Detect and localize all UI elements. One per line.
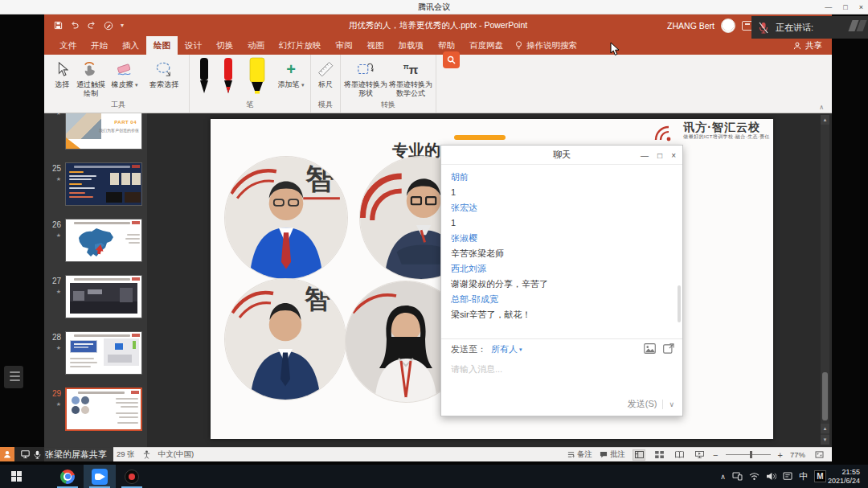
ruler-button[interactable]: 标尺	[313, 57, 338, 89]
search-highlight-icon[interactable]	[443, 51, 460, 68]
scrollbar-thumb[interactable]	[822, 372, 828, 420]
thumbnail-slide-25[interactable]: 25 ★	[44, 162, 147, 206]
tab-transitions[interactable]: 切换	[209, 36, 240, 55]
chat-input[interactable]: 请输入消息...	[441, 359, 682, 379]
thumbnail-24-preview[interactable]: PART 04 我们为客户创造的价值	[65, 113, 142, 150]
lasso-select-button[interactable]: 套索选择	[141, 57, 186, 89]
tab-slideshow[interactable]: 幻灯片放映	[272, 36, 329, 55]
accessibility-icon[interactable]	[143, 450, 150, 459]
zoom-slider[interactable]	[726, 454, 771, 455]
thumbnail-slide-28[interactable]: 28 ★	[44, 331, 147, 375]
chat-minimize-icon[interactable]: —	[641, 151, 649, 160]
thumbnail-slide-29[interactable]: 29 ★	[44, 388, 147, 431]
zoom-percent[interactable]: 77%	[790, 450, 805, 459]
maximize-icon[interactable]: □	[843, 0, 847, 14]
chat-titlebar[interactable]: 聊天 — □ ×	[441, 146, 682, 165]
send-options-icon[interactable]: ∨	[669, 400, 674, 408]
close-icon[interactable]: ×	[859, 0, 863, 14]
thumbnail-27-preview[interactable]	[65, 275, 142, 318]
qat-customize-icon[interactable]: ▾	[121, 22, 124, 29]
highlighter-yellow-button[interactable]	[240, 57, 274, 93]
tab-draw[interactable]: 绘图	[146, 36, 178, 55]
screenshot-image-icon[interactable]	[644, 342, 656, 357]
tab-review[interactable]: 审阅	[329, 36, 360, 55]
collapse-ribbon-icon[interactable]: ∧	[819, 104, 824, 111]
tray-chevron-icon[interactable]: ∧	[720, 473, 726, 481]
minimize-icon[interactable]: —	[825, 0, 832, 14]
normal-view-button[interactable]	[633, 449, 645, 461]
meeting-titlebar: 腾讯会议 — □ ×	[0, 0, 868, 14]
thumb24-title: 我们为客户创造的价值	[99, 128, 139, 133]
touch-draw-button[interactable]: 通过触摸绘制	[74, 57, 108, 98]
network-icon[interactable]	[749, 472, 760, 481]
thumbnail-26-preview[interactable]	[65, 219, 142, 262]
message-text: 1	[451, 185, 673, 200]
zoom-in-button[interactable]: +	[778, 450, 783, 460]
share-button[interactable]: 共享	[793, 36, 822, 55]
avatar[interactable]	[721, 18, 735, 33]
ink-to-math-button[interactable]: ππ 将墨迹转换为数学公式	[388, 57, 433, 98]
thumbnail-25-preview[interactable]	[65, 162, 142, 206]
tab-file[interactable]: 文件	[52, 36, 84, 55]
chat-scrollbar[interactable]	[678, 285, 681, 322]
add-pen-button[interactable]: + 添加笔 ▾	[274, 57, 308, 89]
thumbnail-28-preview[interactable]	[65, 331, 142, 375]
tab-baidu-netdisk[interactable]: 百度网盘	[462, 36, 510, 55]
tab-animations[interactable]: 动画	[240, 36, 272, 55]
comments-button[interactable]: 批注	[600, 449, 625, 460]
taskbar-meeting[interactable]	[84, 465, 116, 488]
ime-badge[interactable]: M	[814, 470, 826, 482]
member-list-overlay-icon[interactable]	[4, 366, 23, 388]
pc-status-icon[interactable]	[732, 472, 743, 481]
chat-maximize-icon[interactable]: □	[657, 151, 662, 160]
pen-black-button[interactable]	[192, 57, 216, 93]
language-status[interactable]: 中文(中国)	[158, 449, 194, 460]
select-button[interactable]: 选择	[50, 57, 74, 89]
zoom-out-button[interactable]: −	[713, 450, 718, 460]
sender-name: 总部-邵成宽	[451, 292, 673, 307]
lasso-label: 套索选择	[142, 80, 186, 89]
ime-panel-icon[interactable]	[783, 472, 792, 481]
thumbnail-slide-24[interactable]: ★ PART 04 我们为客户创造的价值	[44, 113, 147, 150]
taskbar-recorder[interactable]	[116, 465, 148, 488]
previous-slide-icon[interactable]: ▲	[821, 424, 829, 433]
redo-icon[interactable]	[87, 21, 96, 30]
scroll-up-icon[interactable]: ▲	[821, 115, 829, 125]
draw-mode-icon[interactable]	[104, 21, 113, 31]
eraser-button[interactable]: 橡皮擦 ▾	[108, 57, 141, 89]
reading-view-button[interactable]	[673, 449, 686, 461]
taskbar-clock[interactable]: 21:55 2021/6/24	[828, 468, 860, 485]
send-button[interactable]: 发送(S)	[628, 398, 657, 410]
account-name[interactable]: ZHANG Bert	[667, 21, 714, 31]
chat-close-icon[interactable]: ×	[671, 151, 676, 160]
editor-scrollbar[interactable]: ▲ ▲ ▼	[821, 115, 829, 445]
taskbar-chrome[interactable]	[51, 465, 84, 488]
send-to-dropdown-icon[interactable]: ▾	[519, 347, 522, 353]
tab-insert[interactable]: 插入	[115, 36, 146, 55]
tab-home[interactable]: 开始	[84, 36, 115, 55]
ime-language-indicator[interactable]: 中	[799, 470, 808, 482]
send-to-selector[interactable]: 所有人	[491, 343, 518, 355]
thumbnail-29-preview[interactable]	[65, 388, 142, 431]
fit-slide-button[interactable]	[813, 449, 825, 461]
tab-design[interactable]: 设计	[178, 36, 209, 55]
slide-sorter-view-button[interactable]	[653, 449, 665, 461]
pen-red-button[interactable]	[216, 57, 240, 93]
thumbnail-slide-26[interactable]: 26 ★	[44, 219, 147, 262]
tab-view[interactable]: 视图	[360, 36, 391, 55]
ink-to-shape-button[interactable]: 将墨迹转换为形状	[343, 57, 388, 98]
notes-button[interactable]: 备注	[567, 449, 592, 460]
chat-message-list[interactable]: 胡前 1 张宏达 1 张淑樱 辛苦张梁老师 西北刘源 谢谢梁叔的分享，辛苦了 总…	[441, 165, 682, 338]
zoom-slider-knob[interactable]	[750, 451, 752, 458]
undo-icon[interactable]	[70, 21, 80, 30]
start-button[interactable]	[0, 465, 32, 488]
tab-addins[interactable]: 加载项	[391, 36, 432, 55]
thumbnail-slide-27[interactable]: 27 ★	[44, 275, 147, 318]
popout-window-icon[interactable]	[663, 342, 674, 357]
save-icon[interactable]	[54, 21, 63, 30]
tell-me-search[interactable]: 操作说明搜索	[515, 36, 577, 55]
pi-small-glyph: π	[403, 63, 409, 71]
next-slide-icon[interactable]: ▼	[821, 435, 829, 445]
slideshow-view-button[interactable]	[693, 449, 706, 461]
volume-icon[interactable]	[766, 472, 776, 481]
